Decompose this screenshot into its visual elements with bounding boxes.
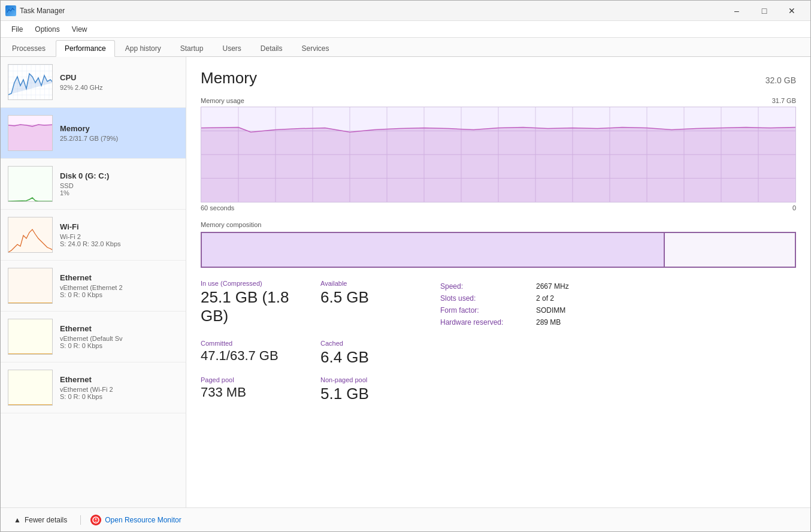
memory-usage: 25.2/31.7 GB (79%) [60, 135, 178, 142]
slots-value: 2 of 2 [536, 294, 554, 303]
fewer-details-label: Fewer details [25, 516, 67, 524]
cpu-mini-chart [8, 64, 53, 100]
composition-used [202, 233, 665, 267]
wifi-label: Wi-Fi [60, 222, 178, 231]
stat-committed: Committed 47.1/63.7 GB [201, 340, 320, 367]
chart-label: Memory usage [201, 97, 244, 104]
form-label: Form factor: [440, 306, 536, 315]
maximize-button[interactable]: □ [751, 1, 778, 21]
composition-bar [201, 232, 796, 268]
tab-users[interactable]: Users [213, 40, 250, 56]
resource-monitor-icon [90, 515, 101, 525]
close-button[interactable]: ✕ [778, 1, 806, 21]
tab-performance[interactable]: Performance [56, 40, 115, 57]
cached-value: 6.4 GB [320, 348, 440, 367]
ethernet3-name: vEthernet (Wi-Fi 2 [60, 386, 178, 393]
ethernet2-speed: S: 0 R: 0 Kbps [60, 342, 178, 349]
fewer-details-button[interactable]: ▲ Fewer details [10, 513, 71, 527]
cpu-label: CPU [60, 73, 178, 82]
ethernet1-name: vEthernet (Ethernet 2 [60, 284, 178, 291]
menu-options[interactable]: Options [29, 23, 65, 36]
title-bar: Task Manager – □ ✕ [1, 1, 810, 21]
spec-slots: Slots used: 2 of 2 [440, 294, 796, 303]
spec-form: Form factor: SODIMM [440, 306, 796, 315]
ethernet1-label: Ethernet [60, 273, 178, 282]
form-value: SODIMM [536, 306, 565, 315]
stats-grid: In use (Compressed) 25.1 GB (1.8 GB) Ava… [201, 280, 796, 403]
main-area: CPU 92% 2.40 GHz Memory 25.2/31.7 GB (79… [1, 57, 810, 507]
non-paged-pool-label: Non-paged pool [320, 376, 440, 383]
stat-available: Available 6.5 GB [320, 280, 440, 330]
svg-rect-4 [8, 217, 53, 253]
disk-mini-chart [8, 166, 53, 202]
sidebar-item-ethernet2[interactable]: Ethernet vEthernet (Default Sv S: 0 R: 0… [1, 312, 186, 362]
tab-services[interactable]: Services [293, 40, 338, 56]
ethernet1-info: Ethernet vEthernet (Ethernet 2 S: 0 R: 0… [60, 273, 178, 298]
ethernet2-label: Ethernet [60, 324, 178, 333]
ethernet1-speed: S: 0 R: 0 Kbps [60, 291, 178, 298]
menu-view[interactable]: View [66, 23, 93, 36]
ethernet2-mini-chart [8, 319, 53, 355]
tab-processes[interactable]: Processes [3, 40, 55, 56]
sidebar-item-wifi[interactable]: Wi-Fi Wi-Fi 2 S: 24.0 R: 32.0 Kbps [1, 210, 186, 261]
svg-rect-5 [8, 268, 53, 304]
content-header: Memory 32.0 GB [201, 69, 796, 87]
chart-time-right: 0 [792, 204, 796, 211]
content-panel: Memory 32.0 GB Memory usage 31.7 GB [186, 57, 810, 507]
tab-details[interactable]: Details [252, 40, 292, 56]
disk-info: Disk 0 (G: C:) SSD 1% [60, 171, 178, 197]
memory-info: Memory 25.2/31.7 GB (79%) [60, 124, 178, 142]
sidebar-item-disk[interactable]: Disk 0 (G: C:) SSD 1% [1, 159, 186, 210]
wifi-speed: S: 24.0 R: 32.0 Kbps [60, 240, 178, 247]
svg-rect-9 [8, 370, 53, 406]
sidebar-item-memory[interactable]: Memory 25.2/31.7 GB (79%) [1, 108, 186, 159]
ethernet2-name: vEthernet (Default Sv [60, 335, 178, 342]
chart-time-left: 60 seconds [201, 204, 234, 211]
minimize-button[interactable]: – [723, 1, 751, 21]
committed-value: 47.1/63.7 GB [201, 348, 320, 364]
sidebar-item-ethernet1[interactable]: Ethernet vEthernet (Ethernet 2 S: 0 R: 0… [1, 261, 186, 312]
content-total: 32.0 GB [765, 75, 796, 85]
spec-table: Speed: 2667 MHz Slots used: 2 of 2 Form … [440, 282, 796, 330]
paged-pool-label: Paged pool [201, 376, 320, 383]
window-controls: – □ ✕ [723, 1, 806, 21]
chart-time-row: 60 seconds 0 [201, 204, 796, 211]
ethernet3-label: Ethernet [60, 375, 178, 384]
chart-right-label: 31.7 GB [772, 97, 796, 104]
sidebar-item-cpu[interactable]: CPU 92% 2.40 GHz [1, 57, 186, 108]
tab-bar: Processes Performance App history Startu… [1, 38, 810, 57]
footer-separator [80, 515, 81, 525]
composition-available [665, 233, 795, 267]
cached-label: Cached [320, 340, 440, 347]
in-use-value: 25.1 GB (1.8 GB) [201, 288, 320, 325]
wifi-info: Wi-Fi Wi-Fi 2 S: 24.0 R: 32.0 Kbps [60, 222, 178, 247]
stat-non-paged-pool: Non-paged pool 5.1 GB [320, 376, 440, 403]
app-icon [5, 5, 16, 16]
memory-label: Memory [60, 124, 178, 133]
speed-label: Speed: [440, 282, 536, 291]
ethernet2-info: Ethernet vEthernet (Default Sv S: 0 R: 0… [60, 324, 178, 349]
hw-reserved-label: Hardware reserved: [440, 318, 536, 327]
svg-marker-29 [201, 128, 795, 202]
content-title: Memory [201, 69, 257, 87]
menu-file[interactable]: File [5, 23, 29, 36]
committed-label: Committed [201, 340, 320, 347]
chart-label-row: Memory usage 31.7 GB [201, 97, 796, 104]
tab-startup[interactable]: Startup [171, 40, 213, 56]
open-resource-monitor-link[interactable]: Open Resource Monitor [90, 515, 181, 525]
ethernet1-mini-chart [8, 268, 53, 304]
window-title: Task Manager [20, 7, 723, 15]
cpu-usage: 92% 2.40 GHz [60, 84, 178, 91]
spec-speed: Speed: 2667 MHz [440, 282, 796, 291]
slots-label: Slots used: [440, 294, 536, 303]
disk-usage: 1% [60, 189, 178, 197]
svg-rect-7 [8, 319, 53, 355]
memory-usage-chart [201, 107, 796, 202]
tab-app-history[interactable]: App history [116, 40, 170, 56]
disk-label: Disk 0 (G: C:) [60, 171, 178, 180]
sidebar-item-ethernet3[interactable]: Ethernet vEthernet (Wi-Fi 2 S: 0 R: 0 Kb… [1, 362, 186, 413]
non-paged-pool-value: 5.1 GB [320, 385, 440, 403]
task-manager-window: Task Manager – □ ✕ File Options View Pro… [0, 0, 811, 532]
speed-value: 2667 MHz [536, 282, 569, 291]
memory-mini-chart [8, 115, 53, 151]
